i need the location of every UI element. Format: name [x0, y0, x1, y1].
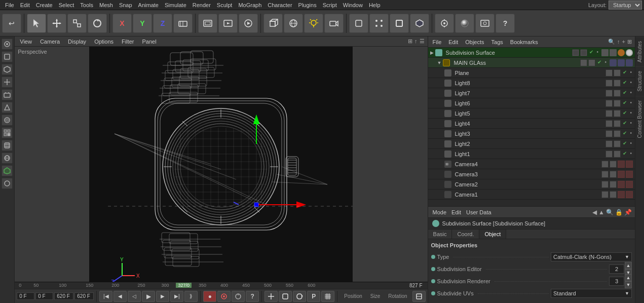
menu-plugins[interactable]: Plugins — [295, 2, 320, 8]
play-reverse-button[interactable]: ◁ — [128, 291, 141, 302]
obj-row-light2[interactable]: Light2 ✔ • — [428, 139, 635, 149]
obj-objects-menu[interactable]: Objects — [464, 39, 485, 45]
attr-back-btn[interactable]: ◀ — [592, 209, 597, 216]
snap-transport-btn[interactable] — [279, 291, 292, 302]
sidebar-icon-3[interactable] — [2, 64, 13, 75]
coord-button[interactable] — [173, 14, 193, 33]
go-last-button[interactable]: ▶| — [170, 291, 183, 302]
c1f4[interactable] — [626, 191, 633, 198]
subdiv-editor-value[interactable]: 2 — [609, 264, 624, 274]
rotate-tool[interactable] — [88, 14, 107, 33]
attr-search-btn[interactable]: 🔍 — [606, 209, 614, 216]
l2f1[interactable] — [605, 140, 613, 147]
viewport-menu[interactable]: ☰ — [420, 38, 425, 45]
frame-start-field[interactable]: 0 F — [17, 292, 34, 300]
l5f1[interactable] — [605, 110, 613, 117]
obj-row-light1[interactable]: Light1 ✔ • — [428, 149, 635, 159]
l7f1[interactable] — [605, 90, 613, 97]
move-transport-btn[interactable] — [264, 291, 278, 302]
menu-character[interactable]: Character — [264, 2, 295, 8]
cursor-tool[interactable] — [27, 14, 46, 33]
obj-row-camera4[interactable]: Camera4 — [428, 159, 635, 169]
layout-dropdown[interactable]: Startup — [609, 1, 642, 10]
l1f1[interactable] — [605, 150, 613, 158]
camera-add-button[interactable] — [324, 14, 344, 33]
x-axis-button[interactable]: X — [112, 14, 132, 33]
c1f2[interactable] — [610, 191, 617, 198]
c2f3[interactable] — [618, 181, 625, 188]
l3f1[interactable] — [605, 130, 613, 137]
go-next-button[interactable]: ▶ — [156, 291, 169, 302]
l3f2[interactable] — [614, 130, 621, 137]
attr-type-dropdown[interactable]: Catmull-Clark (N-Gons) ▼ — [551, 252, 632, 261]
motion-path-button[interactable] — [232, 291, 245, 302]
attr-tab-basic[interactable]: Basic — [428, 230, 452, 239]
obj-row-light3[interactable]: Light3 ✔ • — [428, 129, 635, 139]
go-first-button[interactable]: |◀ — [99, 291, 112, 302]
menu-animate[interactable]: Animate — [135, 2, 162, 8]
pf2[interactable] — [614, 69, 621, 77]
menu-edit[interactable]: Edit — [17, 2, 33, 8]
obj-row-subdiv[interactable]: ▶ Subdivision Surface ✔ • — [428, 48, 635, 58]
sidebar-icon-12[interactable] — [2, 178, 13, 189]
attr-tab-object[interactable]: Object — [479, 230, 506, 239]
menu-help[interactable]: Help — [366, 2, 384, 8]
attr-lock-btn[interactable]: 🔒 — [615, 209, 623, 216]
sidebar-icon-10[interactable] — [2, 153, 13, 164]
c4f4[interactable] — [626, 161, 633, 168]
subdiv-flag-render[interactable] — [580, 49, 587, 56]
c3f2[interactable] — [610, 171, 617, 178]
attr-userdata-menu[interactable]: User Data — [465, 209, 493, 215]
watch-3d-view[interactable]: X Y Z — [15, 47, 427, 281]
autokey-button[interactable] — [217, 291, 231, 302]
obj-row-camera1[interactable]: Camera1 — [428, 190, 635, 200]
menu-file[interactable]: File — [2, 2, 17, 8]
edge-tab-structure[interactable]: Structure — [635, 66, 644, 96]
c2f1[interactable] — [601, 181, 609, 188]
obj-row-main-glass[interactable]: ▼ MAIN GLAss ✔ • — [428, 58, 635, 68]
menu-mograph[interactable]: MoGraph — [235, 2, 264, 8]
obj-row-light7[interactable]: Light7 ✔ • — [428, 88, 635, 98]
viewport-lock[interactable]: ↑ — [414, 38, 418, 45]
point-mode[interactable] — [369, 14, 389, 33]
sidebar-icon-6[interactable] — [2, 102, 13, 113]
l8f2[interactable] — [614, 80, 621, 87]
obj-tags-menu[interactable]: Tags — [490, 39, 505, 45]
c1f1[interactable] — [601, 191, 609, 198]
go-prev-button[interactable]: ◀ — [113, 291, 127, 302]
obj-up-icon[interactable]: ↑ — [617, 39, 620, 45]
obj-file-menu[interactable]: File — [431, 39, 443, 45]
l8f1[interactable] — [605, 80, 613, 87]
sidebar-icon-8[interactable] — [2, 127, 13, 138]
go-end-button[interactable]: ⟫ — [184, 291, 198, 302]
c2f4[interactable] — [626, 181, 633, 188]
c4f2[interactable] — [610, 161, 617, 168]
l6f2[interactable] — [614, 100, 621, 107]
render-viewport[interactable] — [218, 14, 238, 33]
menu-select[interactable]: Select — [56, 2, 78, 8]
sidebar-icon-2[interactable] — [2, 51, 13, 62]
obj-row-light5[interactable]: Light5 ✔ • — [428, 108, 635, 119]
l2f2[interactable] — [614, 140, 621, 147]
c2f2[interactable] — [610, 181, 617, 188]
c3f4[interactable] — [626, 171, 633, 178]
play-button[interactable]: ▶ — [142, 291, 155, 302]
obj-search-icon[interactable]: 🔍 — [608, 39, 615, 45]
edge-tab-attributes[interactable]: Attributes — [635, 36, 644, 66]
viewport-options-menu[interactable]: Options — [92, 39, 116, 45]
attr-fwd-btn[interactable]: ▲ — [598, 209, 604, 216]
c4f1[interactable] — [601, 161, 609, 168]
obj-row-light8[interactable]: Light8 ✔ • — [428, 78, 635, 88]
help-transport-button[interactable]: ? — [246, 291, 259, 302]
pf1[interactable] — [605, 69, 613, 77]
render-settings[interactable] — [475, 14, 495, 33]
record-right-btn[interactable] — [412, 291, 426, 302]
scale-tool[interactable] — [67, 14, 87, 33]
move-tool[interactable] — [47, 14, 66, 33]
l6f1[interactable] — [605, 100, 613, 107]
c3f1[interactable] — [601, 171, 609, 178]
frame-end-field[interactable]: 620 F — [54, 292, 73, 300]
z-axis-button[interactable]: Z — [153, 14, 172, 33]
attr-edit-menu[interactable]: Edit — [450, 209, 463, 215]
attr-tab-coord[interactable]: Coord. — [452, 230, 479, 239]
